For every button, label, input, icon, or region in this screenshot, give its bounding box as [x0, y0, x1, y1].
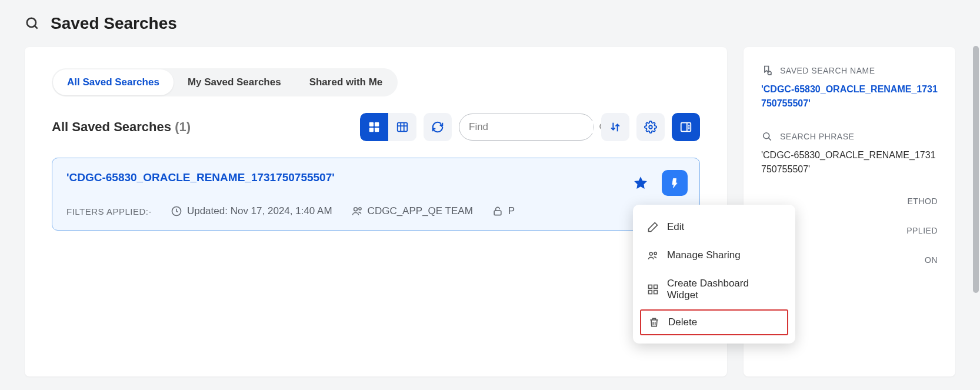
tab-all-saved-searches[interactable]: All Saved Searches — [53, 69, 174, 95]
lock-icon — [492, 205, 504, 217]
svg-rect-28 — [649, 285, 652, 289]
menu-manage-sharing[interactable]: Manage Sharing — [633, 241, 795, 269]
svg-rect-5 — [375, 128, 379, 132]
updated-text: Updated: Nov 17, 2024, 1:40 AM — [187, 205, 332, 217]
details-panel-toggle-button[interactable] — [672, 113, 700, 141]
panel-name-label: SAVED SEARCH NAME — [780, 66, 875, 75]
search-icon — [25, 16, 40, 31]
row-actions — [628, 170, 688, 196]
svg-rect-6 — [398, 123, 408, 132]
svg-line-23 — [771, 74, 771, 75]
svg-point-20 — [359, 208, 361, 210]
filters-applied-label: FILTERS APPLIED:- — [66, 206, 152, 216]
menu-delete[interactable]: Delete — [640, 309, 788, 335]
section-title: All Saved Searches (1) — [52, 119, 191, 135]
svg-rect-3 — [375, 122, 379, 126]
section-title-text: All Saved Searches — [52, 119, 171, 134]
svg-point-12 — [649, 125, 652, 129]
search-input[interactable] — [469, 121, 594, 133]
pencil-icon — [647, 221, 659, 233]
grid-icon — [647, 284, 659, 295]
result-meta: FILTERS APPLIED:- Updated: Nov 17, 2024,… — [66, 205, 685, 217]
panel-name-value[interactable]: 'CDGC-65830_ORACLE_RENAME_1731750755507' — [761, 82, 938, 111]
access-text: P — [508, 205, 515, 217]
scrollbar[interactable] — [973, 46, 979, 293]
tabs: All Saved Searches My Saved Searches Sha… — [52, 68, 398, 96]
row-context-menu: Edit Manage Sharing Create Dashboard Wid… — [633, 205, 795, 344]
clock-icon — [171, 205, 182, 217]
user-icon — [351, 205, 363, 217]
svg-rect-2 — [369, 122, 374, 126]
svg-point-26 — [649, 252, 652, 255]
svg-line-25 — [769, 138, 771, 141]
menu-widget-label: Create Dashboard Widget — [667, 278, 781, 301]
svg-rect-29 — [654, 285, 658, 289]
svg-line-1 — [35, 26, 38, 29]
menu-edit[interactable]: Edit — [633, 213, 795, 241]
owner-text: CDGC_APP_QE TEAM — [368, 205, 473, 217]
card-view-button[interactable] — [360, 113, 388, 141]
result-count: (1) — [175, 119, 191, 134]
refresh-button[interactable] — [424, 113, 452, 141]
table-view-button[interactable] — [388, 113, 416, 141]
trash-icon — [648, 316, 660, 328]
view-controls — [360, 113, 700, 141]
panel-phrase-value: 'CDGC-65830_ORACLE_RENAME_1731750755507' — [761, 148, 938, 176]
svg-point-27 — [654, 252, 656, 255]
svg-point-0 — [27, 18, 36, 27]
panel-applied-label-fragment: PPLIED — [906, 226, 938, 235]
svg-rect-21 — [494, 211, 501, 215]
panel-method-label-fragment: ETHOD — [908, 196, 938, 206]
search-icon — [761, 131, 773, 142]
access: P — [492, 205, 515, 217]
panel-phrase-label: SEARCH PHRASE — [780, 132, 854, 141]
svg-rect-31 — [654, 291, 658, 294]
settings-button[interactable] — [636, 113, 665, 141]
svg-rect-30 — [649, 291, 652, 294]
owner: CDGC_APP_QE TEAM — [351, 205, 473, 217]
tab-my-saved-searches[interactable]: My Saved Searches — [174, 69, 295, 95]
panel-on-label-fragment: ON — [925, 255, 938, 265]
updated-time: Updated: Nov 17, 2024, 1:40 AM — [171, 205, 332, 217]
tab-shared-with-me[interactable]: Shared with Me — [295, 69, 397, 95]
search-box — [459, 114, 594, 141]
svg-point-19 — [354, 208, 357, 211]
page-title: Saved Searches — [51, 14, 177, 33]
menu-delete-label: Delete — [668, 316, 697, 328]
toolbar: All Saved Searches (1) — [52, 113, 700, 141]
saved-search-row[interactable]: 'CDGC-65830_ORACLE_RENAME_1731750755507'… — [52, 158, 700, 231]
result-name[interactable]: 'CDGC-65830_ORACLE_RENAME_1731750755507' — [66, 171, 335, 184]
main-card: All Saved Searches My Saved Searches Sha… — [25, 47, 727, 376]
svg-rect-4 — [369, 128, 374, 132]
users-icon — [647, 249, 659, 261]
menu-create-dashboard-widget[interactable]: Create Dashboard Widget — [633, 269, 795, 309]
svg-point-24 — [764, 133, 769, 139]
favorite-button[interactable] — [628, 170, 654, 196]
page-header: Saved Searches — [0, 0, 980, 47]
menu-edit-label: Edit — [667, 221, 684, 233]
menu-share-label: Manage Sharing — [667, 249, 741, 261]
svg-point-22 — [768, 71, 771, 75]
view-toggle-group — [360, 113, 416, 141]
more-actions-button[interactable] — [662, 170, 688, 196]
sort-button[interactable] — [601, 113, 629, 141]
bookmark-search-icon — [761, 65, 773, 76]
